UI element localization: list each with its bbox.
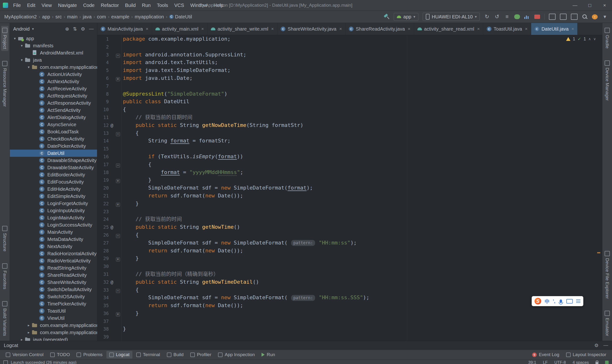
editor-tab-sharereadactivity-java[interactable]: CShareReadActivity.java×: [345, 23, 414, 35]
tree-item-loginforgetactivity[interactable]: CLoginForgetActivity: [10, 200, 97, 207]
toolbutton-layout-inspector[interactable]: Layout Inspector: [563, 351, 609, 359]
toolbutton-logcat[interactable]: Logcat: [106, 351, 132, 359]
status-widget-lf[interactable]: LF: [543, 360, 548, 364]
breadcrumb-item-myapplication[interactable]: myapplication: [135, 14, 164, 20]
status-widget-39-1[interactable]: 39:1: [528, 360, 536, 364]
close-tab-icon[interactable]: ×: [146, 26, 148, 32]
tree-item-asyncservice[interactable]: CAsyncService: [10, 121, 97, 128]
close-button[interactable]: ×: [597, 0, 612, 11]
chevron-down-icon[interactable]: ▾: [12, 36, 18, 41]
close-tab-icon[interactable]: ×: [201, 26, 204, 32]
search-everywhere-icon[interactable]: [582, 14, 588, 20]
lock-icon[interactable]: [596, 362, 598, 364]
chevron-down-icon[interactable]: ▾: [19, 58, 25, 62]
breadcrumb-item-app[interactable]: app: [42, 14, 50, 20]
toolbutton-terminal[interactable]: Terminal: [133, 351, 163, 359]
tree-item-actresponseactivity[interactable]: CActResponseActivity: [10, 99, 97, 107]
tool-stripe-project[interactable]: Project: [1, 26, 8, 51]
tree-item-logininputactivity[interactable]: CLoginInputActivity: [10, 207, 97, 214]
profiler-icon[interactable]: [524, 14, 530, 19]
menu-build[interactable]: Build: [122, 3, 139, 8]
tree-item-toastutil[interactable]: CToastUtil: [10, 307, 97, 314]
tool-stripe-structure[interactable]: Structure: [1, 224, 8, 253]
tool-stripe-favorites[interactable]: Favorites: [1, 261, 8, 291]
tree-item-com-example-myapplication[interactable]: ▾com.example.myapplication: [10, 64, 97, 71]
hide-panel-icon[interactable]: —: [89, 26, 94, 32]
tree-item-datepickeractivity[interactable]: CDatePickerActivity: [10, 143, 97, 150]
settings-icon[interactable]: ⚙: [81, 26, 85, 32]
hide-toolbar-icon[interactable]: ▾: [602, 14, 608, 20]
tree-item-timepickeractivity[interactable]: CTimePickerActivity: [10, 300, 97, 307]
menu-vcs[interactable]: VCS: [171, 3, 187, 8]
tree-item-actrequestactivity[interactable]: CActRequestActivity: [10, 92, 97, 99]
close-tab-icon[interactable]: ×: [339, 26, 342, 32]
tool-stripe-device-manager[interactable]: Device Manager: [604, 59, 611, 103]
rotate-device-icon[interactable]: [560, 14, 567, 20]
menu-tools[interactable]: Tools: [154, 3, 171, 8]
menu-refactor[interactable]: Refactor: [98, 3, 122, 8]
close-tab-icon[interactable]: ×: [477, 26, 480, 32]
toolbutton-todo[interactable]: TODO: [47, 351, 73, 359]
tree-item-readstringactivity[interactable]: CReadStringActivity: [10, 264, 97, 272]
device-mirroring-icon[interactable]: [549, 14, 556, 20]
editor-tab-dateutil-java[interactable]: CDateUtil.java×: [531, 23, 578, 35]
fold-end-icon[interactable]: ∨: [116, 77, 120, 81]
indicator-icon[interactable]: [605, 361, 609, 364]
ime-language-toggle[interactable]: 中: [545, 298, 549, 305]
editor-tab-toastutil-java[interactable]: CToastUtil.java×: [483, 23, 531, 35]
toolbutton-version-control[interactable]: Version Control: [3, 351, 46, 359]
maximize-button[interactable]: □: [582, 0, 597, 11]
tree-item-manifests[interactable]: ▾manifests: [10, 42, 97, 49]
tree-item-actionuriactivity[interactable]: CActionUriActivity: [10, 71, 97, 78]
breadcrumb-item-myapplication2[interactable]: MyApplication2: [4, 14, 37, 20]
menu-navigate[interactable]: Navigate: [55, 3, 80, 8]
apply-changes-icon[interactable]: ↻: [484, 14, 490, 20]
tree-item-radioverticalactivity[interactable]: CRadioVerticalActivity: [10, 257, 97, 264]
tree-item-loginsuccessactivity[interactable]: CLoginSuccessActivity: [10, 221, 97, 229]
tree-item-com-example-myapplication[interactable]: ▸com.example.myapplication (: [10, 329, 97, 336]
tree-item-metadataactivity[interactable]: CMetaDataActivity: [10, 236, 97, 243]
tree-item-switchiosactivity[interactable]: CSwitchIOSActivity: [10, 293, 97, 300]
ime-punctuation-toggle[interactable]: ’,: [553, 299, 555, 304]
editor-tab-sharewriteactivity-java[interactable]: CShareWriteActivity.java×: [277, 23, 345, 35]
attach-debugger-icon[interactable]: [514, 14, 520, 19]
menu-run[interactable]: Run: [139, 3, 154, 8]
tree-item-editfocusactivity[interactable]: CEditFocusActivity: [10, 178, 97, 185]
fold-end-icon[interactable]: ∨: [116, 179, 120, 183]
tree-item-viewutil[interactable]: CViewUtil: [10, 314, 97, 322]
breadcrumb-item-java[interactable]: java: [83, 14, 91, 20]
toolbutton-app-inspection[interactable]: App Inspection: [215, 351, 258, 359]
editor-tab-activity-main-xml[interactable]: activity_main.xml×: [152, 23, 208, 35]
fold-collapse-icon[interactable]: −: [116, 132, 120, 136]
menu-file[interactable]: File: [10, 3, 24, 8]
tree-item-actsendactivity[interactable]: CActSendActivity: [10, 107, 97, 114]
tree-item-java[interactable]: ▾java: [10, 56, 97, 64]
menu-code[interactable]: Code: [80, 3, 98, 8]
build-hammer-icon[interactable]: [383, 14, 390, 20]
tree-item-actnextactivity[interactable]: CActNextActivity: [10, 78, 97, 85]
ime-toolbar[interactable]: S 中 ’,: [532, 296, 583, 306]
close-tab-icon[interactable]: ×: [525, 26, 528, 32]
tool-stripe-device-file-explorer[interactable]: Device File Explorer: [604, 249, 611, 301]
breadcrumb-item-dateutil[interactable]: CDateUtil: [169, 14, 192, 20]
device-select[interactable]: HUAWEI EDI-AL10▾: [423, 13, 480, 21]
tree-item-switchdefaultactivity[interactable]: CSwitchDefaultActivity: [10, 286, 97, 293]
tree-item-java-generated[interactable]: ▸java (generated): [10, 336, 97, 341]
menu-view[interactable]: View: [39, 3, 55, 8]
hide-panel-icon[interactable]: —: [603, 342, 608, 348]
inspections-widget[interactable]: 1 ✓ 1 ∧ ∨: [566, 36, 596, 42]
device-explorer-icon[interactable]: [571, 14, 578, 20]
editor-tab-activity-share-read-xml[interactable]: activity_share_read.xml×: [414, 23, 483, 35]
tree-item-com-example-myapplication[interactable]: ▸com.example.myapplication (: [10, 322, 97, 329]
tree-item-edithideactivity[interactable]: CEditHideActivity: [10, 185, 97, 193]
locate-file-icon[interactable]: ⊕: [65, 26, 69, 32]
fold-collapse-icon[interactable]: −: [116, 54, 120, 58]
tree-item-androidmanifest-xml[interactable]: AndroidManifest.xml: [10, 49, 97, 56]
run-config-select[interactable]: app▾: [394, 13, 418, 21]
breadcrumb-item-com[interactable]: com: [97, 14, 106, 20]
keyboard-icon[interactable]: [566, 299, 573, 303]
toolbutton-build[interactable]: Build: [164, 351, 186, 359]
minimize-button[interactable]: —: [568, 0, 582, 11]
tool-window-switcher-icon[interactable]: [3, 360, 8, 364]
tree-item-drawableshapeactivity[interactable]: CDrawableShapeActivity: [10, 157, 97, 164]
